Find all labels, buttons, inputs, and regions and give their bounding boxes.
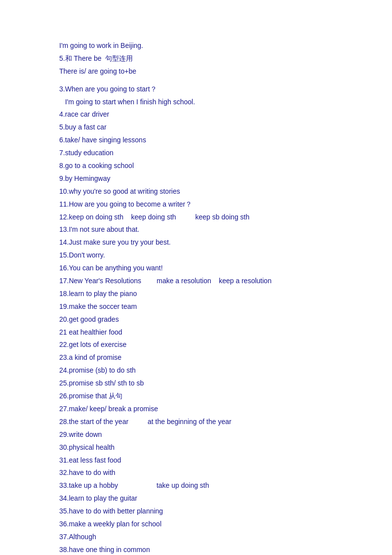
line-item: I'm going to start when I finish high sc… — [59, 96, 362, 109]
line-item: 17.New Year's Resolutions make a resolut… — [59, 275, 362, 288]
line-item: 23.a kind of promise — [59, 351, 362, 364]
line-item: 19.make the soccer team — [59, 300, 362, 313]
line-item: 7.study education — [59, 147, 362, 160]
line-item: 10.why you're so good at writing stories — [59, 185, 362, 198]
line-item: 12.keep on doing sth keep doing sth keep… — [59, 211, 362, 224]
line-item: 35.have to do with better planning — [59, 505, 362, 518]
line-item: 24.promise (sb) to do sth — [59, 364, 362, 377]
line-item: 33.take up a hobby take up doing sth — [59, 479, 362, 492]
line-item: 34.learn to play the guitar — [59, 492, 362, 505]
line-item: 5.buy a fast car — [59, 121, 362, 134]
line-item: 11.How are you going to become a writer？ — [59, 198, 362, 211]
line-item: 15.Don't worry. — [59, 249, 362, 262]
line-item: 18.learn to play the piano — [59, 288, 362, 300]
line-item: I'm going to work in Beijing. — [59, 40, 362, 52]
line-item: 16.You can be anything you want! — [59, 262, 362, 275]
line-item: 21 eat healthier food — [59, 326, 362, 339]
line-item: 27.make/ keep/ break a promise — [59, 403, 362, 416]
line-item: 6.take/ have singing lessons — [59, 134, 362, 147]
line-item: There is/ are going to+be — [59, 65, 362, 78]
line-item: 5.和 There be 句型连用 — [59, 52, 362, 65]
line-item: 9.by Hemingway — [59, 172, 362, 185]
line-item: 3.When are you going to start？ — [59, 83, 362, 96]
line-item: 20.get good grades — [59, 313, 362, 326]
line-item: 26.promise that 从句 — [59, 390, 362, 403]
line-item: 32.have to do with — [59, 467, 362, 479]
line-item: 30.physical health — [59, 441, 362, 454]
line-item: 13.I'm not sure about that. — [59, 223, 362, 236]
line-item: 22.get lots of exercise — [59, 339, 362, 351]
line-item: 31.eat less fast food — [59, 454, 362, 467]
line-item: 29.write down — [59, 428, 362, 441]
line-item: 28.the start of the year at the beginnin… — [59, 416, 362, 428]
line-item: 37.Although — [59, 531, 362, 544]
main-content: I'm going to work in Beijing.5.和 There b… — [59, 40, 362, 555]
line-item: 8.go to a cooking school — [59, 160, 362, 172]
line-item: 4.race car driver — [59, 108, 362, 121]
line-item: 38.have one thing in common — [59, 544, 362, 555]
line-item: 36.make a weekly plan for school — [59, 518, 362, 531]
line-item: 25.promise sb sth/ sth to sb — [59, 377, 362, 390]
line-item: 14.Just make sure you try your best. — [59, 236, 362, 249]
